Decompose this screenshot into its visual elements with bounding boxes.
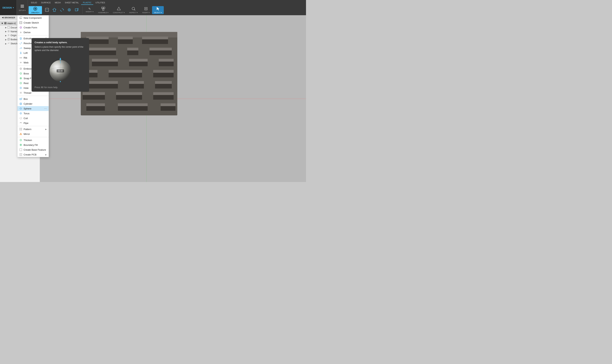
- svg-rect-53: [159, 59, 174, 62]
- svg-text:50.00: 50.00: [58, 70, 63, 72]
- toolbar-separator: [82, 6, 83, 14]
- inspect-button[interactable]: INSPECT ▾: [128, 6, 139, 14]
- doc-settings-icon: [7, 26, 10, 29]
- svg-point-82: [20, 26, 22, 28]
- menu-boundary-fill[interactable]: Boundary Fill: [17, 143, 49, 147]
- tab-mesh[interactable]: MESH: [53, 1, 63, 5]
- menu-mirror[interactable]: Mirror: [17, 131, 49, 136]
- svg-rect-0: [21, 5, 24, 5]
- svg-point-135: [60, 81, 61, 82]
- svg-rect-59: [153, 70, 174, 73]
- 3d-maze-object: [77, 25, 181, 121]
- collapse-icon[interactable]: ◀: [2, 16, 3, 19]
- svg-rect-37: [86, 37, 109, 39]
- svg-rect-17: [103, 7, 105, 9]
- menu-derive[interactable]: Derive: [17, 30, 49, 35]
- svg-point-121: [20, 144, 21, 145]
- assemble-button[interactable]: ASSEMBLE ▾: [97, 6, 109, 14]
- modify-button[interactable]: ✎ MODIFY ▾: [85, 7, 95, 13]
- menu-create-sketch[interactable]: Create Sketch: [17, 20, 49, 25]
- tab-plastic[interactable]: PLASTIC: [81, 1, 93, 5]
- bodies-label: Bodies: [11, 38, 17, 41]
- construct-button[interactable]: CONSTRUCT ▾: [112, 6, 126, 14]
- select-button[interactable]: SELECT ▾: [152, 6, 163, 14]
- menu-create-pcb[interactable]: Create PCB ▶: [17, 152, 49, 157]
- cylinder-label: Cylinder: [24, 103, 47, 105]
- create-icon: [33, 7, 37, 11]
- pattern-label: Pattern: [24, 128, 44, 130]
- inspect-label: INSPECT ▾: [129, 12, 138, 13]
- insert-button[interactable]: INSERT ▾: [141, 6, 150, 14]
- menu-divider-3: [17, 96, 49, 96]
- thicken-label: Thicken: [24, 139, 47, 142]
- toolbar: DESIGN ▾ SETUP ▾ SOLID SURFACE MESH SHEE…: [0, 0, 306, 15]
- snap-fit-icon: [19, 77, 22, 80]
- setup-label: SETUP ▾: [19, 10, 26, 11]
- sphere-options-icon[interactable]: ⋯: [44, 107, 47, 110]
- menu-create-base-feature[interactable]: Create Base Feature: [17, 147, 49, 152]
- tooltip-title: Creates a solid body sphere.: [35, 41, 86, 44]
- revolve-tool-button[interactable]: [58, 7, 65, 13]
- boundary-fill-label: Boundary Fill: [24, 143, 47, 146]
- tab-utilities[interactable]: UTILITIES: [94, 1, 107, 5]
- rest-icon: [19, 82, 22, 85]
- tab-solid[interactable]: SOLID: [29, 1, 39, 5]
- root-icon: [4, 22, 7, 25]
- svg-point-96: [20, 87, 22, 89]
- sketch-tool-button[interactable]: [43, 7, 51, 13]
- create-pcb-label: Create PCB: [24, 153, 44, 156]
- menu-box[interactable]: Box: [17, 96, 49, 101]
- menu-thicken[interactable]: Thicken: [17, 138, 49, 143]
- svg-rect-115: [20, 130, 20, 130]
- svg-marker-131: [59, 57, 61, 60]
- menu-cylinder[interactable]: Cylinder: [17, 101, 49, 106]
- menu-pattern[interactable]: Pattern ▶: [17, 127, 49, 131]
- svg-rect-61: [88, 81, 118, 84]
- create-button[interactable]: CREATE ▾: [28, 6, 42, 14]
- construct-group: CONSTRUCT ▾: [111, 5, 127, 15]
- tab-sheet-metal[interactable]: SHEET METAL: [63, 1, 81, 5]
- derive-icon: [19, 31, 22, 34]
- pattern-arrow: ▶: [45, 128, 47, 130]
- root-label: maze v1: [7, 22, 16, 25]
- menu-coil[interactable]: Coil: [17, 116, 49, 121]
- origin-icon: [7, 34, 10, 37]
- svg-rect-27: [8, 26, 10, 28]
- menu-torus[interactable]: Torus: [17, 111, 49, 116]
- design-label: DESIGN: [3, 6, 12, 9]
- svg-rect-69: [116, 92, 142, 95]
- svg-line-102: [21, 98, 22, 98]
- menu-create-form[interactable]: Create Form: [17, 25, 49, 30]
- menu-pipe[interactable]: Pipe: [17, 121, 49, 125]
- tab-surface[interactable]: SURFACE: [39, 1, 53, 5]
- insert-group: INSERT ▾: [140, 5, 152, 15]
- setup-group: SETUP ▾: [17, 0, 28, 15]
- svg-rect-45: [127, 48, 138, 51]
- rib-icon: [19, 56, 22, 59]
- torus-label: Torus: [24, 112, 47, 115]
- svg-marker-117: [20, 133, 21, 135]
- browser-title: BROWSER: [4, 16, 15, 19]
- create-form-icon: [19, 26, 22, 29]
- svg-rect-114: [21, 128, 22, 129]
- root-arrow: ▼: [1, 22, 3, 25]
- menu-new-component[interactable]: New Component: [17, 15, 49, 20]
- svg-rect-77: [161, 103, 176, 106]
- construct-label: CONSTRUCT ▾: [113, 12, 125, 13]
- svg-rect-122: [20, 149, 22, 151]
- setup-button[interactable]: SETUP ▾: [18, 3, 27, 12]
- named-views-icon: [7, 30, 10, 33]
- menu-sphere[interactable]: Sphere ⋯: [17, 106, 49, 111]
- assemble-label: ASSEMBLE ▾: [98, 12, 109, 13]
- box-label: Box: [24, 98, 47, 100]
- cylinder-icon: [19, 102, 22, 105]
- derive-label: Derive: [24, 31, 47, 34]
- box-tool-button[interactable]: [73, 7, 80, 13]
- hole-tool-button[interactable]: [66, 7, 73, 13]
- setup-icon: [20, 4, 25, 9]
- insert-label: INSERT ▾: [142, 12, 150, 13]
- design-button[interactable]: DESIGN ▾: [0, 0, 17, 15]
- tooltip-description: Select a plane then specify the center p…: [35, 45, 86, 52]
- extrude-tool-button[interactable]: [51, 7, 58, 13]
- svg-rect-67: [83, 92, 105, 95]
